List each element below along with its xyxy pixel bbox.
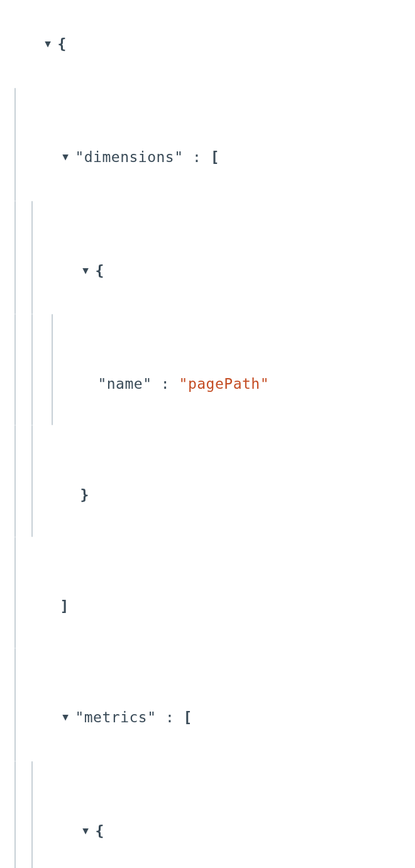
tree-row[interactable]: ▼"metrics" : [	[3, 648, 415, 761]
chevron-down-icon[interactable]: ▼	[80, 817, 91, 845]
json-string-value: pagePath	[188, 376, 260, 392]
chevron-down-icon[interactable]: ▼	[42, 30, 53, 58]
json-key: name	[107, 376, 143, 392]
brace-open: {	[57, 36, 66, 52]
chevron-down-icon[interactable]: ▼	[80, 257, 91, 285]
tree-row[interactable]: ▼{	[3, 3, 415, 88]
json-key: dimensions	[84, 149, 174, 165]
tree-row[interactable]: ]	[3, 537, 415, 648]
chevron-down-icon[interactable]: ▼	[60, 703, 71, 731]
json-key: metrics	[84, 709, 147, 725]
tree-row[interactable]: "name" : "pagePath"	[3, 314, 415, 425]
tree-row[interactable]: ▼{	[3, 761, 415, 868]
chevron-down-icon[interactable]: ▼	[60, 143, 71, 171]
tree-row[interactable]: ▼"dimensions" : [	[3, 88, 415, 201]
tree-row[interactable]: }	[3, 425, 415, 536]
json-tree-viewer: ▼{ ▼"dimensions" : [ ▼{ "name" : "pagePa…	[0, 0, 415, 868]
tree-row[interactable]: ▼{	[3, 201, 415, 314]
